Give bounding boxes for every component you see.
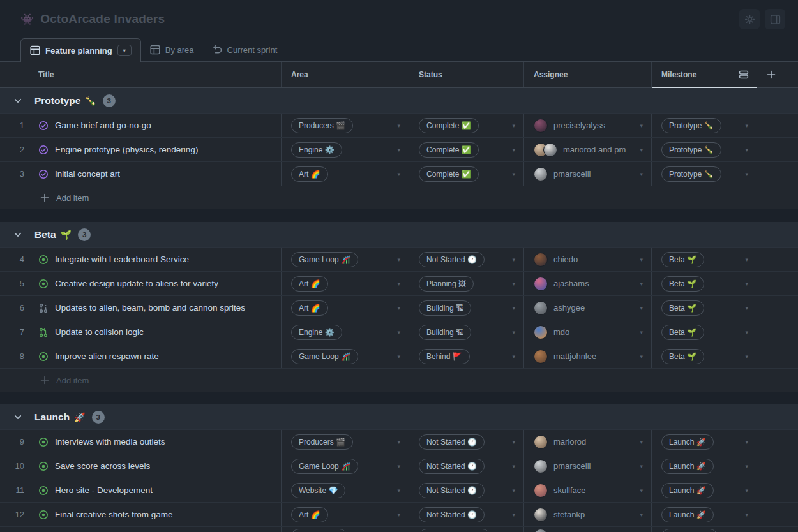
chevron-down-icon[interactable]: ▾ — [397, 305, 402, 311]
status-pill[interactable]: Building 🏗 — [419, 325, 471, 340]
avatar[interactable] — [534, 119, 548, 133]
chevron-down-icon[interactable]: ▾ — [745, 353, 750, 360]
status-pill[interactable]: Building 🏗 — [419, 300, 471, 316]
chevron-down-icon[interactable]: ▾ — [397, 512, 402, 518]
chevron-down-icon[interactable]: ▾ — [512, 171, 517, 177]
chevron-down-icon[interactable]: ▾ — [745, 512, 750, 518]
settings-button[interactable] — [739, 9, 760, 29]
milestone-pill[interactable]: Launch 🚀 — [661, 434, 714, 450]
chevron-down-icon[interactable]: ▾ — [745, 487, 750, 494]
area-pill[interactable]: Art 🌈 — [291, 300, 328, 316]
chevron-down-icon[interactable]: ▾ — [512, 353, 517, 360]
table-row[interactable]: 6 Updates to alien, beam, bomb and canno… — [0, 296, 798, 320]
status-pill[interactable]: Not Started 🕐 — [419, 459, 485, 474]
area-pill[interactable]: Art 🌈 — [291, 276, 328, 292]
chevron-down-icon[interactable]: ▾ — [512, 512, 517, 518]
chevron-down-icon[interactable]: ▾ — [640, 256, 645, 263]
add-item-button[interactable]: Add item — [0, 369, 798, 392]
milestone-pill[interactable]: Beta 🌱 — [661, 276, 704, 292]
area-pill[interactable]: Website 💎 — [291, 483, 345, 498]
chevron-down-icon[interactable]: ▾ — [745, 122, 750, 129]
status-pill[interactable]: Complete ✅ — [419, 142, 479, 158]
milestone-pill[interactable]: Launch 🚀 — [661, 483, 714, 498]
assignee-name[interactable]: ashygee — [553, 303, 585, 313]
assignee-name[interactable]: mariorod and pm — [563, 145, 626, 154]
item-title[interactable]: Update to colision logic — [55, 327, 144, 337]
milestone-pill[interactable] — [661, 529, 718, 532]
chevron-down-icon[interactable]: ▾ — [640, 171, 645, 177]
item-title[interactable]: Interviews with media outlets — [55, 437, 165, 447]
avatar[interactable] — [534, 484, 548, 498]
area-pill[interactable]: Art 🌈 — [291, 166, 328, 182]
column-header-status[interactable]: Status — [409, 62, 523, 87]
status-pill[interactable]: Not Started 🕐 — [419, 483, 485, 498]
assignee-name[interactable]: preciselyalyss — [553, 121, 605, 130]
area-pill[interactable]: Producers 🎬 — [291, 434, 353, 450]
status-pill[interactable]: Not Started 🕐 — [419, 252, 485, 267]
item-title[interactable]: Integrate with Leaderboard Service — [55, 255, 189, 264]
chevron-down-icon[interactable]: ▾ — [640, 463, 645, 469]
chevron-down-icon[interactable]: ▾ — [397, 122, 402, 129]
avatar[interactable] — [534, 277, 548, 291]
avatar[interactable] — [534, 459, 548, 473]
table-row[interactable]: 2 Engine prototype (physics, rendering) … — [0, 138, 798, 162]
chevron-down-icon[interactable]: ▾ — [512, 256, 517, 263]
tab-options-button[interactable]: ▾ — [117, 45, 132, 56]
assignee-name[interactable]: mattjohnlee — [553, 351, 596, 361]
chevron-down-icon[interactable]: ▾ — [397, 281, 402, 287]
tab-feature-planning[interactable]: Feature planning ▾ — [20, 38, 141, 62]
avatar[interactable] — [534, 325, 548, 339]
chevron-down-icon[interactable]: ▾ — [640, 305, 645, 311]
chevron-down-icon[interactable]: ▾ — [512, 147, 517, 153]
chevron-down-icon[interactable]: ▾ — [397, 147, 402, 153]
chevron-down-icon[interactable]: ▾ — [397, 439, 402, 445]
chevron-down-icon[interactable]: ▾ — [745, 439, 750, 445]
item-title[interactable]: Improve alien respawn rate — [55, 351, 159, 361]
area-pill[interactable]: Game Loop 🎢 — [291, 459, 358, 474]
chevron-down-icon[interactable]: ▾ — [745, 463, 750, 469]
milestone-pill[interactable]: Prototype 🍾 — [661, 166, 721, 182]
avatar[interactable] — [534, 435, 548, 449]
item-title[interactable]: Save score across levels — [55, 461, 150, 471]
column-header-assignee[interactable]: Assignee — [523, 62, 651, 87]
chevron-down-icon[interactable]: ▾ — [512, 305, 517, 311]
area-pill[interactable]: Engine ⚙️ — [291, 325, 342, 340]
assignee-name[interactable]: mdo — [553, 327, 569, 337]
status-pill[interactable]: Not Started 🕐 — [419, 507, 485, 522]
chevron-down-icon[interactable]: ▾ — [512, 463, 517, 469]
area-pill[interactable]: Engine ⚙️ — [291, 142, 342, 158]
chevron-down-icon[interactable]: ▾ — [512, 329, 517, 336]
chevron-down-icon[interactable]: ▾ — [745, 281, 750, 287]
chevron-down-icon[interactable]: ▾ — [397, 463, 402, 469]
chevron-down-icon[interactable]: ▾ — [745, 329, 750, 336]
rows-icon[interactable] — [739, 70, 749, 80]
status-pill[interactable] — [419, 529, 490, 532]
area-pill[interactable]: Game Loop 🎢 — [291, 349, 358, 364]
chevron-down-icon[interactable]: ▾ — [640, 439, 645, 445]
status-pill[interactable]: Complete ✅ — [419, 118, 479, 133]
chevron-down-icon[interactable]: ▾ — [745, 147, 750, 153]
chevron-down-icon[interactable]: ▾ — [397, 329, 402, 336]
avatar[interactable] — [534, 167, 548, 181]
chevron-down-icon[interactable]: ▾ — [640, 353, 645, 360]
area-pill[interactable] — [291, 529, 347, 532]
table-row[interactable]: 3 Initial concept art Art 🌈 ▾ Complete ✅… — [0, 162, 798, 186]
area-pill[interactable]: Game Loop 🎢 — [291, 252, 358, 267]
avatar[interactable] — [534, 508, 548, 522]
column-header-area[interactable]: Area — [281, 62, 409, 87]
table-row[interactable]: 10 Save score across levels Game Loop 🎢 … — [0, 454, 798, 478]
milestone-pill[interactable]: Launch 🚀 — [661, 507, 714, 522]
assignee-name[interactable]: pmarsceill — [553, 461, 591, 471]
area-pill[interactable]: Art 🌈 — [291, 507, 328, 522]
chevron-down-icon[interactable] — [13, 230, 23, 240]
chevron-down-icon[interactable]: ▾ — [397, 171, 402, 177]
milestone-pill[interactable]: Beta 🌱 — [661, 300, 704, 316]
side-panel-button[interactable] — [765, 9, 785, 29]
avatar[interactable] — [534, 350, 548, 364]
milestone-pill[interactable]: Beta 🌱 — [661, 252, 704, 267]
assignee-name[interactable]: skullface — [553, 485, 586, 495]
item-title[interactable]: Game brief and go-no-go — [55, 121, 151, 130]
chevron-down-icon[interactable]: ▾ — [397, 487, 402, 494]
table-row[interactable]: 1 Game brief and go-no-go Producers 🎬 ▾ … — [0, 114, 798, 138]
column-header-title[interactable]: Title — [0, 62, 281, 87]
